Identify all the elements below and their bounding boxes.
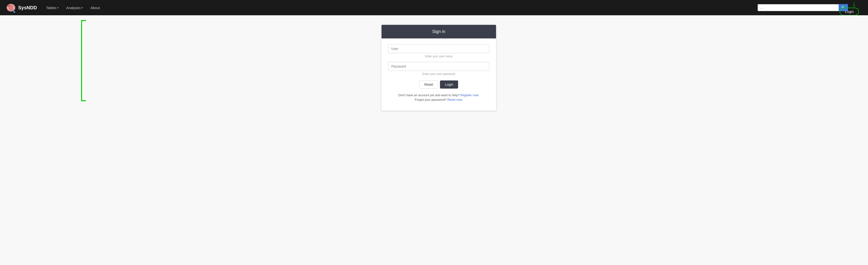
signin-title: Sign in bbox=[386, 29, 492, 34]
signin-header: Sign in bbox=[381, 25, 496, 38]
brand-icon bbox=[6, 2, 16, 13]
signin-card: Sign in Enter your user name Enter your … bbox=[381, 25, 496, 111]
main-content: Sign in Enter your user name Enter your … bbox=[0, 15, 868, 265]
search-container: 🔍 bbox=[757, 4, 848, 11]
nav-item-analyses[interactable]: Analyses ▾ bbox=[63, 4, 86, 12]
brand-name-text: SysNDD bbox=[18, 5, 37, 10]
password-form-group: Enter your user password bbox=[388, 62, 489, 76]
analyses-caret-icon: ▾ bbox=[82, 6, 83, 9]
reset-button[interactable]: Reset bbox=[420, 81, 438, 89]
nav-item-tables[interactable]: Tables ▾ bbox=[43, 4, 62, 12]
analyses-label: Analyses bbox=[66, 6, 81, 10]
nav-item-about[interactable]: About bbox=[87, 4, 103, 12]
arrow-annotation: ↓ bbox=[852, 0, 856, 8]
password-input[interactable] bbox=[388, 62, 489, 71]
forgot-text: Forgot your password? bbox=[415, 98, 447, 101]
nav-links: Tables ▾ Analyses ▾ About bbox=[43, 4, 757, 12]
about-label: About bbox=[90, 6, 100, 10]
reset-password-link[interactable]: Reset now. bbox=[447, 98, 463, 101]
user-input[interactable] bbox=[388, 44, 489, 53]
user-form-group: Enter your user name bbox=[388, 44, 489, 58]
register-text: Don't have an account yet and want to he… bbox=[398, 93, 460, 97]
login-button[interactable]: Login bbox=[440, 81, 458, 89]
tables-label: Tables bbox=[46, 6, 56, 10]
bracket-annotation bbox=[81, 20, 86, 101]
forgot-line: Forgot your password? Reset now. bbox=[388, 98, 489, 101]
button-row: Reset Login bbox=[388, 81, 489, 89]
navbar: SysNDD Tables ▾ Analyses ▾ About 🔍 ↓ Log… bbox=[0, 0, 868, 15]
user-hint: Enter your user name bbox=[388, 55, 489, 58]
brand-logo[interactable]: SysNDD bbox=[6, 2, 37, 13]
tables-caret-icon: ▾ bbox=[57, 6, 58, 9]
footer-links: Don't have an account yet and want to he… bbox=[388, 93, 489, 105]
login-nav-button[interactable]: Login bbox=[840, 8, 859, 16]
register-link[interactable]: Register now. bbox=[461, 93, 479, 97]
search-input[interactable] bbox=[757, 4, 839, 11]
register-line: Don't have an account yet and want to he… bbox=[388, 93, 489, 97]
svg-point-4 bbox=[8, 5, 10, 7]
password-hint: Enter your user password bbox=[388, 72, 489, 76]
signin-body: Enter your user name Enter your user pas… bbox=[381, 38, 496, 111]
